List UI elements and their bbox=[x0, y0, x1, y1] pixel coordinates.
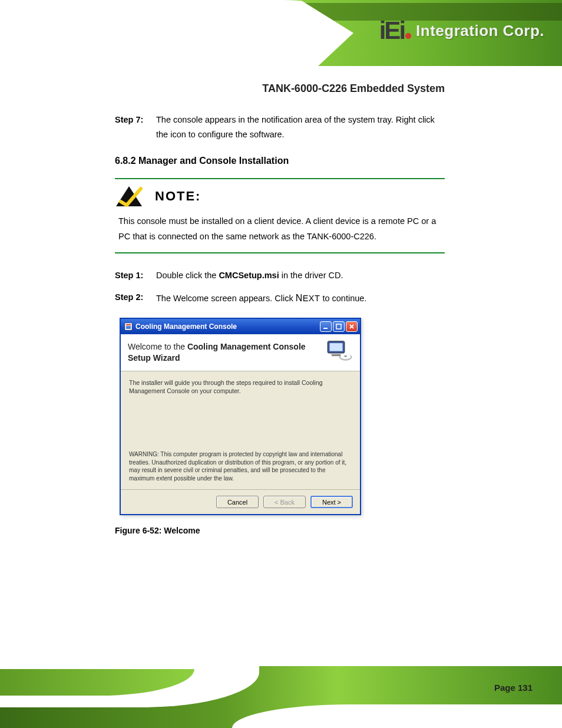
cancel-button[interactable]: Cancel bbox=[216, 496, 259, 508]
top-swoosh-2 bbox=[0, 15, 318, 68]
note-text: This console must be installed on a clie… bbox=[118, 213, 445, 244]
step-list-b: Step 1: Double click the CMCSetup.msi in… bbox=[115, 268, 445, 306]
installer-dialog: Cooling Management Console Welcome to th… bbox=[120, 318, 361, 515]
dialog-body-text: The installer will guide you through the… bbox=[129, 378, 352, 395]
logo-sub: Integration Corp. bbox=[416, 22, 544, 40]
dialog-footer: Cancel < Back Next > bbox=[121, 489, 360, 514]
svg-rect-2 bbox=[126, 324, 131, 325]
document-title: TANK-6000-C226 Embedded System bbox=[115, 83, 445, 95]
step-list-a: Step 7: The console appears in the notif… bbox=[115, 113, 445, 141]
svg-rect-10 bbox=[332, 354, 340, 356]
step-item: Step 7: The console appears in the notif… bbox=[115, 113, 445, 141]
page-content: TANK-6000-C226 Embedded System Step 7: T… bbox=[115, 83, 445, 535]
dialog-header: Welcome to the Cooling Management Consol… bbox=[121, 334, 360, 371]
logo-main: iEi bbox=[379, 17, 411, 45]
bottom-swoosh-2 bbox=[232, 704, 562, 728]
dialog-screenshot: Cooling Management Console Welcome to th… bbox=[120, 318, 445, 515]
svg-point-13 bbox=[345, 355, 348, 357]
step-item: Step 1: Double click the CMCSetup.msi in… bbox=[115, 268, 445, 283]
step-label: Step 2: bbox=[115, 290, 156, 306]
step-item: Step 2: The Welcome screen appears. Clic… bbox=[115, 290, 445, 306]
back-button[interactable]: < Back bbox=[263, 496, 306, 508]
maximize-button[interactable] bbox=[333, 321, 345, 332]
page-number: Page 131 bbox=[494, 683, 533, 693]
dialog-welcome-text: Welcome to the Cooling Management Consol… bbox=[128, 341, 325, 364]
svg-rect-3 bbox=[126, 326, 131, 329]
svg-rect-9 bbox=[330, 343, 343, 351]
window-buttons bbox=[320, 321, 358, 332]
section-heading: 6.8.2 Manager and Console Installation bbox=[115, 156, 445, 166]
step-text: The console appears in the notification … bbox=[156, 113, 445, 141]
close-button[interactable] bbox=[346, 321, 358, 332]
minimize-button[interactable] bbox=[320, 321, 332, 332]
svg-rect-4 bbox=[323, 328, 328, 329]
figure-caption: Figure 6-52: Welcome bbox=[115, 526, 445, 535]
maximize-icon bbox=[336, 324, 342, 330]
step-text: The Welcome screen appears. Click NEXT t… bbox=[156, 290, 445, 306]
top-banner: iEi Integration Corp. bbox=[0, 0, 562, 66]
logo-dot-icon bbox=[405, 33, 411, 39]
step-label: Step 7: bbox=[115, 113, 156, 141]
step-text: Double click the CMCSetup.msi in the dri… bbox=[156, 268, 445, 283]
minimize-icon bbox=[323, 324, 329, 329]
step-label: Step 1: bbox=[115, 268, 156, 283]
next-button[interactable]: Next > bbox=[310, 496, 353, 508]
titlebar: Cooling Management Console bbox=[121, 319, 360, 334]
titlebar-title: Cooling Management Console bbox=[135, 322, 320, 331]
note-icon bbox=[115, 185, 143, 207]
dialog-body: The installer will guide you through the… bbox=[121, 371, 360, 489]
setup-computer-icon bbox=[325, 340, 353, 365]
bottom-banner bbox=[0, 666, 562, 728]
note-box: NOTE: This console must be installed on … bbox=[115, 178, 445, 253]
note-label: NOTE: bbox=[155, 189, 201, 204]
svg-rect-5 bbox=[336, 324, 341, 329]
dialog-warning-text: WARNING: This computer program is protec… bbox=[129, 450, 352, 482]
close-icon bbox=[349, 324, 355, 330]
installer-icon bbox=[124, 322, 133, 331]
brand-logo: iEi Integration Corp. bbox=[379, 17, 544, 45]
